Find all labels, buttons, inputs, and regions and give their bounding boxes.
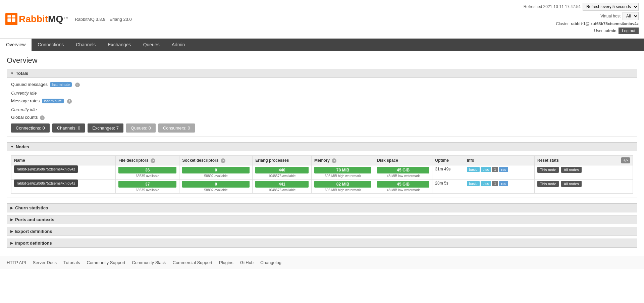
count-buttons: Connections: 0 Channels: 0 Exchanges: 7 … [11,123,633,133]
svg-rect-1 [12,18,15,22]
footer-github[interactable]: GitHub [240,260,254,265]
erlang-avail-1: 1048576 available [255,188,309,192]
table-row: rabbit-1@izuf68b75xtsems4xniov4z 36 6553… [11,165,633,180]
nodes-section-header[interactable]: ▼ Nodes [7,142,637,151]
file-desc-avail-0: 65535 available [118,174,176,178]
exchanges-btn[interactable]: Exchanges: 7 [88,123,123,133]
reset-all-nodes-0[interactable]: All nodes [561,167,582,173]
queued-messages-row: Queued messages last minute ? [11,82,633,87]
reset-this-node-0[interactable]: This node [537,167,559,173]
file-desc-help[interactable]: ? [151,158,155,163]
import-header[interactable]: ▶ Import definitions [7,239,637,248]
nav-item-exchanges[interactable]: Exchanges [102,39,137,51]
version-info: RabbitMQ 3.8.9 Erlang 23.0 [75,17,132,22]
footer-community-support[interactable]: Community Support [87,260,125,265]
global-counts-row: Global counts ? [11,115,633,120]
node-name-0[interactable]: rabbit-1@izuf68b75xtsems4xniov4z [14,165,78,173]
col-socket-desc: Socket descriptors ? [179,156,253,165]
refresh-row: Refreshed 2021-10-11 17:47:54 Refresh ev… [524,3,639,11]
import-arrow: ▶ [10,241,13,245]
uptime-cell-0: 31m 49s [432,165,464,180]
tag-0-0[interactable]: basic [467,167,480,172]
erlang-bar-0: 440 [255,167,309,173]
logo-icon [5,13,17,25]
footer-http-api[interactable]: HTTP API [7,260,26,265]
disk-cell-0: 45 GiB 48 MiB low watermark [374,165,432,180]
header-right: Refreshed 2021-10-11 17:47:54 Refresh ev… [524,3,639,36]
tag-1-3[interactable]: rss [499,181,508,186]
totals-content: Queued messages last minute ? Currently … [7,78,637,137]
footer-changelog[interactable]: Changelog [260,260,281,265]
reset-this-node-1[interactable]: This node [537,181,559,187]
totals-section-header[interactable]: ▼ Totals [7,69,637,78]
nav-item-connections[interactable]: Connections [32,39,70,51]
footer-commercial-support[interactable]: Commercial Support [173,260,213,265]
reset-all-nodes-1[interactable]: All nodes [561,181,582,187]
user-value: admin [605,29,616,33]
nodes-table: Name File descriptors ? Socket descripto… [11,155,633,194]
user-label: User [594,29,602,33]
import-section: ▶ Import definitions [7,239,637,248]
footer-plugins[interactable]: Plugins [219,260,233,265]
nodes-arrow: ▼ [10,145,14,149]
file-desc-bar-1: 37 [118,181,176,188]
tag-0-1[interactable]: disc [481,167,491,172]
nodes-section: ▼ Nodes Name File descriptors ? Socket d… [7,142,637,198]
connections-btn[interactable]: Connections: 0 [11,123,50,133]
col-disk: Disk space [374,156,432,165]
nav-item-queues[interactable]: Queues [137,39,166,51]
footer-tutorials[interactable]: Tutorials [63,260,80,265]
erlang-cell-1: 441 1048576 available [253,180,312,194]
rabbitmq-version: RabbitMQ 3.8.9 [75,17,105,22]
logo: RabbitMQTM [5,13,68,25]
queued-messages-help[interactable]: ? [75,83,80,87]
col-memory: Memory ? [311,156,374,165]
file-desc-cell-0: 36 65535 available [116,165,179,180]
tag-1-0[interactable]: basic [467,181,480,186]
churn-section: ▶ Churn statistics [7,203,637,212]
tag-0-2[interactable]: 1 [492,167,498,172]
footer-community-slack[interactable]: Community Slack [132,260,166,265]
uptime-cell-1: 28m 5s [432,180,464,194]
export-header[interactable]: ▶ Export definitions [7,227,637,236]
logout-button[interactable]: Log out [619,28,639,34]
nav-item-overview[interactable]: Overview [0,39,32,51]
export-section: ▶ Export definitions [7,227,637,236]
col-plusminus[interactable]: +/- [611,156,633,165]
reset-cell-1: This node All nodes [534,180,611,194]
global-counts-help[interactable]: ? [40,115,45,120]
socket-desc-avail-1: 58892 available [182,188,250,192]
churn-header[interactable]: ▶ Churn statistics [7,203,637,212]
nav-item-channels[interactable]: Channels [70,39,102,51]
vhost-row: Virtual host All [524,12,639,20]
message-rates-help[interactable]: ? [67,99,72,104]
extra-cell-0 [611,165,633,180]
svg-rect-3 [12,15,15,17]
memory-help[interactable]: ? [332,158,336,163]
refresh-select[interactable]: Refresh every 5 seconds [583,3,639,11]
disk-bar-0: 45 GiB [377,167,429,173]
consumers-btn[interactable]: Consumers: 0 [158,123,195,133]
plus-minus-btn[interactable]: +/- [621,157,630,163]
tag-0-3[interactable]: rss [499,167,508,172]
vhost-select[interactable]: All [623,12,639,20]
socket-desc-cell-1: 0 58892 available [179,180,253,194]
cluster-value: rabbit-1@izuf68b75xtsems4xniov4z [571,21,639,26]
erlang-bar-1: 441 [255,181,309,188]
col-file-desc: File descriptors ? [116,156,179,165]
tag-1-2[interactable]: 1 [492,181,498,186]
footer-server-docs[interactable]: Server Docs [33,260,57,265]
socket-desc-avail-0: 58892 available [182,174,250,178]
nav-item-admin[interactable]: Admin [166,39,191,51]
node-name-1[interactable]: rabbit-2@izuf68b75xtsems4xniov4z [14,180,78,187]
socket-desc-help[interactable]: ? [221,158,225,163]
queues-btn[interactable]: Queues: 0 [126,123,156,133]
channels-btn[interactable]: Channels: 0 [52,123,85,133]
uptime-0: 31m 49s [435,167,450,171]
memory-avail-1: 695 MiB high watermark [314,188,371,192]
ports-header[interactable]: ▶ Ports and contexts [7,215,637,224]
nodes-content: Name File descriptors ? Socket descripto… [7,151,637,198]
currently-idle-1: Currently idle [11,91,633,96]
uptime-1: 28m 5s [435,181,448,186]
tag-1-1[interactable]: disc [481,181,491,186]
